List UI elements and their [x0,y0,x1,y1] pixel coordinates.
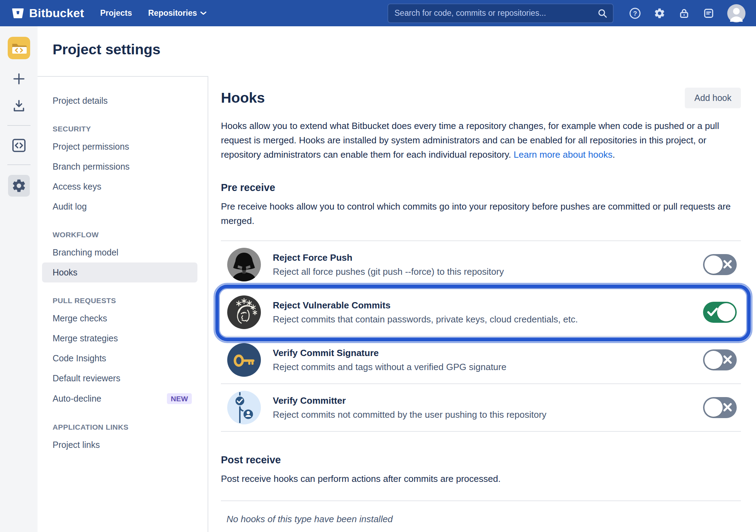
nav-projects[interactable]: Projects [100,8,132,18]
brand-name: Bitbucket [29,6,84,20]
add-hook-button[interactable]: Add hook [685,88,741,108]
search-icon[interactable] [598,8,607,18]
sidebar-section-application-links: APPLICATION LINKS [53,423,208,431]
hook-row-reject-vulnerable-commits: Reject Vulnerable Commits Reject commits… [221,289,741,336]
hook-description: Reject all force pushes (git push --forc… [273,266,691,277]
sidebar-item-audit-log[interactable]: Audit log [42,197,197,217]
hooks-intro: Hooks allow you to extend what Bitbucket… [221,119,741,162]
intro-period: . [613,149,615,160]
help-icon[interactable]: ? [629,7,641,19]
hook-title: Reject Vulnerable Commits [273,300,691,311]
sidebar-item-auto-decline[interactable]: Auto-decline NEW [42,388,197,409]
chevron-down-icon [200,11,207,15]
sidebar-item-merge-checks[interactable]: Merge checks [42,308,197,328]
highlighted-hook-container: Reject Vulnerable Commits Reject commits… [221,289,741,336]
toggle-knob [704,255,723,274]
hook-title: Verify Committer [273,395,691,406]
sidebar-item-code-insights[interactable]: Code Insights [42,348,197,368]
user-avatar[interactable] [727,4,745,22]
hook-description: Reject commits not committed by the user… [273,409,691,420]
sidebar-item-default-reviewers[interactable]: Default reviewers [42,368,197,388]
pre-receive-description: Pre receive hooks allow you to control w… [221,199,733,228]
hook-description: Reject commits and tags without a verifi… [273,362,691,373]
sidebar-item-access-keys[interactable]: Access keys [42,177,197,197]
create-icon[interactable] [11,71,27,87]
svg-text:?: ? [633,9,637,17]
download-icon[interactable] [11,98,27,114]
global-search[interactable] [387,4,614,23]
code-icon[interactable] [11,138,27,153]
hook-toggle-reject-force-push[interactable] [703,254,737,275]
sidebar-item-branch-permissions[interactable]: Branch permissions [42,157,197,177]
key-avatar [227,343,261,377]
new-badge: NEW [167,393,192,404]
search-input[interactable] [394,8,598,18]
toggle-knob [717,303,735,321]
project-avatar-folder[interactable] [8,37,30,59]
rail-divider [7,164,31,165]
sidebar-item-label: Auto-decline [53,394,101,404]
gear-icon[interactable] [654,7,666,19]
post-receive-description: Post receive hooks can perform actions a… [221,472,733,486]
darth-vader-avatar [227,248,261,281]
hook-toggle-verify-commit-signature[interactable] [703,349,737,370]
hook-toggle-reject-vulnerable-commits[interactable] [703,302,737,323]
hook-row-verify-commit-signature: Verify Commit Signature Reject commits a… [221,336,741,384]
hook-row-verify-committer: Verify Committer Reject commits not comm… [221,384,741,432]
nav-repositories[interactable]: Repositories [148,8,206,18]
hooks-settings-panel: Hooks Add hook Hooks allow you to extend… [221,88,741,525]
bitbucket-logo[interactable]: Bitbucket [11,6,84,20]
sidebar-item-project-links[interactable]: Project links [42,435,197,455]
committer-avatar [227,391,261,424]
lock-icon[interactable] [678,7,690,19]
hook-title: Reject Force Push [273,252,691,263]
page-title: Project settings [53,41,161,58]
pre-receive-heading: Pre receive [221,182,741,193]
rail-divider [7,125,31,126]
sidebar-item-project-permissions[interactable]: Project permissions [42,137,197,157]
left-icon-rail [0,26,38,532]
sidebar-item-merge-strategies[interactable]: Merge strategies [42,328,197,348]
changelog-icon[interactable] [703,7,715,19]
intro-text: Hooks allow you to extend what Bitbucket… [221,121,719,160]
navbar-icon-group: ? [629,4,745,22]
bitbucket-bucket-icon [11,7,25,20]
toggle-knob [704,398,723,417]
hook-row-reject-force-push: Reject Force Push Reject all force pushe… [221,241,741,289]
sidebar-section-pull-requests: PULL REQUESTS [53,296,208,305]
top-navbar: Bitbucket Projects Repositories ? [0,0,756,26]
pre-receive-hook-list: Reject Force Push Reject all force pushe… [221,240,741,432]
hook-toggle-verify-committer[interactable] [703,397,737,418]
sidebar-item-project-details[interactable]: Project details [42,91,197,111]
sidebar-item-branching-model[interactable]: Branching model [42,243,197,262]
post-receive-empty-message: No hooks of this type have been installe… [221,500,741,525]
sidebar-item-hooks[interactable]: Hooks [42,262,197,282]
hook-description: Reject commits that contain passwords, p… [273,314,691,325]
sidebar-section-security: SECURITY [53,125,208,133]
primary-nav: Projects Repositories [100,8,207,18]
sidebar-section-workflow: WORKFLOW [53,231,208,239]
settings-sidebar: Project details SECURITY Project permiss… [38,76,208,532]
learn-more-link[interactable]: Learn more about hooks [514,149,613,160]
hook-title: Verify Commit Signature [273,348,691,359]
post-receive-heading: Post receive [221,454,741,466]
toggle-knob [704,351,723,369]
hooks-heading: Hooks [221,90,265,106]
settings-gear-icon[interactable] [8,175,30,197]
medusa-avatar [227,295,261,329]
